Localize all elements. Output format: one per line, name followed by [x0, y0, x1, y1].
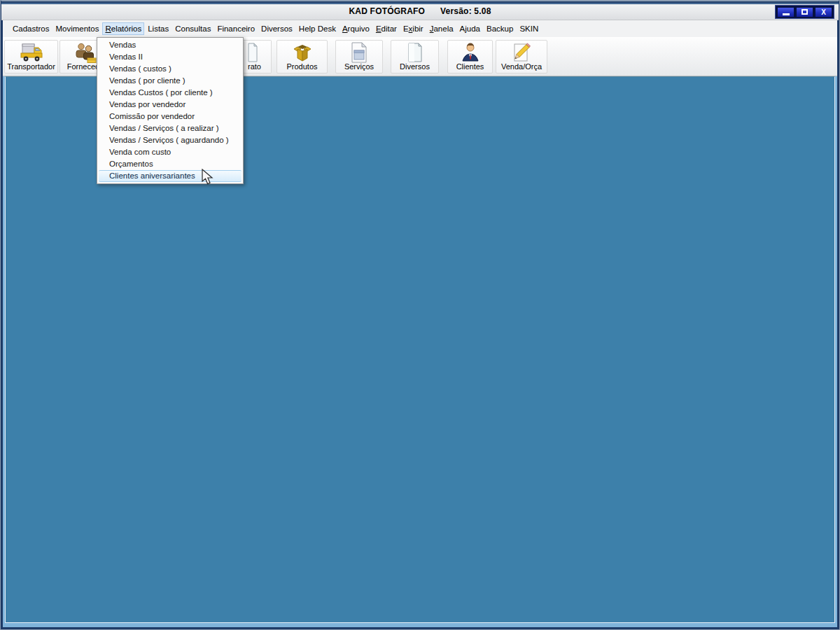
menu-backup[interactable]: Backup — [484, 22, 516, 35]
toolbar-label: Venda/Orça — [501, 63, 542, 71]
menu-item-clientes-aniversariantes[interactable]: Clientes aniversariantes — [99, 170, 241, 182]
menu-item-vendas-por-cliente[interactable]: Vendas ( por cliente ) — [99, 75, 241, 87]
menu-editar[interactable]: Editar — [373, 22, 400, 35]
menu-item-vendas-servicos-a-realizar[interactable]: Vendas / Serviços ( a realizar ) — [99, 122, 241, 134]
minimize-button[interactable] — [777, 7, 794, 18]
maximize-icon — [802, 9, 808, 15]
title-bar: KAD FOTÓGRAFOVersão: 5.08 X — [1, 1, 839, 20]
toolbar-button-clientes[interactable]: Clientes — [447, 40, 493, 74]
menu-diversos[interactable]: Diversos — [258, 22, 295, 35]
menu-consultas[interactable]: Consultas — [172, 22, 214, 35]
mouse-cursor-icon — [201, 169, 215, 188]
menu-item-orcamentos[interactable]: Orçamentos — [99, 158, 241, 170]
menu-ajuda[interactable]: Ajuda — [457, 22, 483, 35]
products-box-icon — [291, 42, 314, 63]
toolbar-label: Transportador — [7, 63, 55, 71]
toolbar-button-produtos[interactable]: Produtos — [276, 40, 328, 74]
client-person-icon — [460, 42, 481, 63]
toolbar-button-diversos[interactable]: Diversos — [391, 40, 439, 74]
toolbar-label: rato — [248, 63, 261, 71]
close-button[interactable]: X — [815, 7, 832, 18]
window-title: KAD FOTÓGRAFOVersão: 5.08 — [1, 6, 839, 16]
app-window: KAD FOTÓGRAFOVersão: 5.08 X Cadastros Mo… — [0, 0, 840, 630]
minimize-icon — [783, 13, 790, 15]
truck-icon — [19, 42, 44, 63]
menu-item-vendas-por-vendedor[interactable]: Vendas por vendedor — [99, 99, 241, 111]
menu-relatorios[interactable]: Relatórios — [102, 22, 144, 35]
menu-cadastros[interactable]: Cadastros — [10, 22, 52, 35]
menu-exibir[interactable]: Exibir — [400, 22, 426, 35]
menu-item-vendas-custos-por-cliente[interactable]: Vendas Custos ( por cliente ) — [99, 87, 241, 99]
toolbar-label: Diversos — [400, 63, 430, 71]
maximize-button[interactable] — [796, 7, 813, 18]
suppliers-icon — [74, 42, 97, 63]
blank-page-icon — [407, 42, 424, 63]
close-icon: X — [821, 8, 826, 16]
document-sliver-icon — [248, 42, 258, 63]
menu-item-vendas[interactable]: Vendas — [99, 39, 241, 51]
menu-item-vendas-ii[interactable]: Vendas II — [99, 51, 241, 63]
toolbar-button-transportador[interactable]: Transportador — [4, 40, 58, 74]
menu-movimentos[interactable]: Movimentos — [52, 22, 102, 35]
menu-arquivo[interactable]: Arquivo — [340, 22, 372, 35]
menu-skin[interactable]: SKIN — [517, 22, 541, 35]
relatorios-dropdown-menu: Vendas Vendas II Vendas ( custos ) Venda… — [97, 37, 244, 184]
toolbar-label: Clientes — [456, 63, 484, 71]
toolbar-label: Serviços — [344, 63, 374, 71]
menu-help-desk[interactable]: Help Desk — [296, 22, 339, 35]
app-version: Versão: 5.08 — [440, 6, 491, 16]
app-title: KAD FOTÓGRAFO — [349, 6, 425, 16]
toolbar-button-venda-orca[interactable]: Venda/Orça — [496, 40, 547, 74]
menu-listas[interactable]: Listas — [145, 22, 172, 35]
menu-item-vendas-custos[interactable]: Vendas ( custos ) — [99, 63, 241, 75]
toolbar-button-partial[interactable]: rato — [244, 40, 272, 74]
pencil-note-icon — [511, 42, 532, 63]
menu-financeiro[interactable]: Financeiro — [214, 22, 258, 35]
window-controls: X — [775, 5, 834, 19]
services-document-icon — [349, 42, 369, 63]
toolbar-button-servicos[interactable]: Serviços — [335, 40, 383, 74]
menu-item-vendas-servicos-aguardando[interactable]: Vendas / Serviços ( aguardando ) — [99, 134, 241, 146]
menu-janela[interactable]: Janela — [427, 22, 456, 35]
menu-item-comissao-por-vendedor[interactable]: Comissão por vendedor — [99, 111, 241, 122]
menu-item-venda-com-custo[interactable]: Venda com custo — [99, 146, 241, 158]
menu-bar: Cadastros Movimentos Relatórios Listas C… — [3, 20, 837, 37]
toolbar-label: Produtos — [286, 63, 317, 71]
